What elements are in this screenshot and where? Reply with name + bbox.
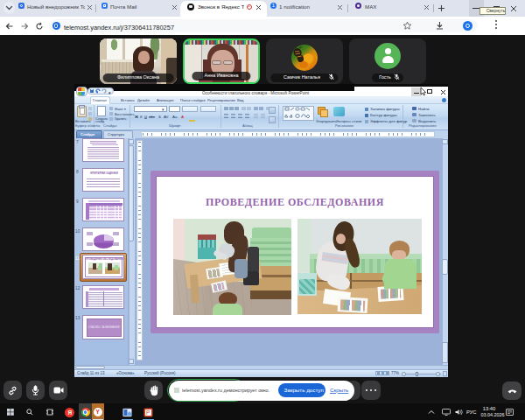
- svg-text:P: P: [146, 410, 150, 416]
